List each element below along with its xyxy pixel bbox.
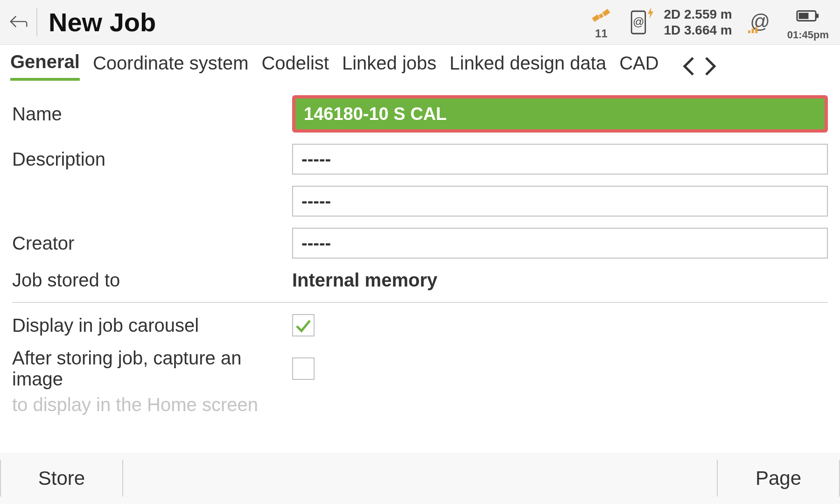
device-icon: @ xyxy=(627,8,650,36)
store-button[interactable]: Store xyxy=(1,453,122,504)
accuracy-1d: 1D 3.664 m xyxy=(664,22,732,38)
status-cluster: 11 @ 2D 2.559 m 1D 3.664 m @ xyxy=(575,4,829,41)
row-name: Name xyxy=(12,95,828,133)
label-creator: Creator xyxy=(12,233,292,254)
label-stored-to: Job stored to xyxy=(12,270,292,291)
svg-rect-16 xyxy=(816,14,819,18)
at-signal-icon: @ xyxy=(746,11,773,34)
footer-spacer xyxy=(123,453,717,504)
row-description-1: Description xyxy=(12,144,828,175)
label-capture: After storing job, capture an image xyxy=(12,348,292,390)
svg-marker-10 xyxy=(648,7,654,19)
tab-next-icon[interactable] xyxy=(700,56,721,77)
svg-rect-17 xyxy=(799,13,809,19)
row-creator: Creator xyxy=(12,228,828,259)
checkmark-icon xyxy=(295,317,312,334)
row-carousel: Display in job carousel xyxy=(12,314,828,336)
carousel-checkbox[interactable] xyxy=(292,314,315,336)
page-button[interactable]: Page xyxy=(718,453,839,504)
back-arrow-icon xyxy=(8,12,29,33)
svg-text:@: @ xyxy=(633,15,644,28)
name-input[interactable] xyxy=(295,98,825,129)
cutoff-text: to display in the Home screen xyxy=(12,393,828,415)
page-button-label: Page xyxy=(756,467,801,490)
form-area: Name Description Creator Job stored to I… xyxy=(0,81,840,452)
section-divider xyxy=(12,302,828,303)
back-button[interactable] xyxy=(6,9,32,35)
title-separator xyxy=(36,8,37,36)
row-capture: After storing job, capture an image xyxy=(12,348,828,390)
device-status[interactable]: @ xyxy=(627,8,650,36)
battery-clock[interactable]: 01:45pm xyxy=(787,4,829,41)
header-bar: New Job 11 xyxy=(0,0,840,45)
svg-rect-12 xyxy=(748,30,750,33)
row-stored-to: Job stored to Internal memory xyxy=(12,270,828,291)
label-carousel: Display in job carousel xyxy=(12,315,292,336)
label-description: Description xyxy=(12,149,292,170)
satellite-icon xyxy=(589,5,613,29)
tab-prev-icon[interactable] xyxy=(679,56,699,77)
accuracy-2d: 2D 2.559 m xyxy=(664,7,732,22)
tab-codelist[interactable]: Codelist xyxy=(261,53,329,79)
tab-linked-design-data[interactable]: Linked design data xyxy=(449,53,606,79)
svg-rect-13 xyxy=(751,28,754,33)
footer-bar: Store Page xyxy=(0,453,840,504)
tab-general[interactable]: General xyxy=(10,51,80,81)
clock-time: 01:45pm xyxy=(787,29,829,41)
tab-coordinate-system[interactable]: Coordinate system xyxy=(93,53,248,79)
description-input-2[interactable] xyxy=(292,186,828,217)
page-title: New Job xyxy=(49,7,156,37)
satellite-count: 11 xyxy=(595,27,608,40)
store-button-label: Store xyxy=(38,467,85,490)
connection-status[interactable]: @ xyxy=(746,11,773,34)
label-name: Name xyxy=(12,104,292,125)
row-description-2 xyxy=(12,186,828,217)
description-input-1[interactable] xyxy=(292,144,828,175)
tab-cad[interactable]: CAD xyxy=(619,53,658,79)
creator-input[interactable] xyxy=(292,228,828,259)
capture-checkbox[interactable] xyxy=(292,357,315,380)
name-highlight xyxy=(292,95,828,133)
svg-rect-14 xyxy=(755,27,757,33)
accuracy-readout[interactable]: 2D 2.559 m 1D 3.664 m xyxy=(664,7,732,38)
satellite-status[interactable]: 11 xyxy=(589,5,613,40)
svg-rect-6 xyxy=(602,8,610,16)
lightning-icon xyxy=(648,7,654,19)
stored-to-value: Internal memory xyxy=(292,270,437,290)
battery-icon xyxy=(796,4,820,28)
tab-linked-jobs[interactable]: Linked jobs xyxy=(342,53,436,79)
tab-strip: General Coordinate system Codelist Linke… xyxy=(0,45,840,81)
